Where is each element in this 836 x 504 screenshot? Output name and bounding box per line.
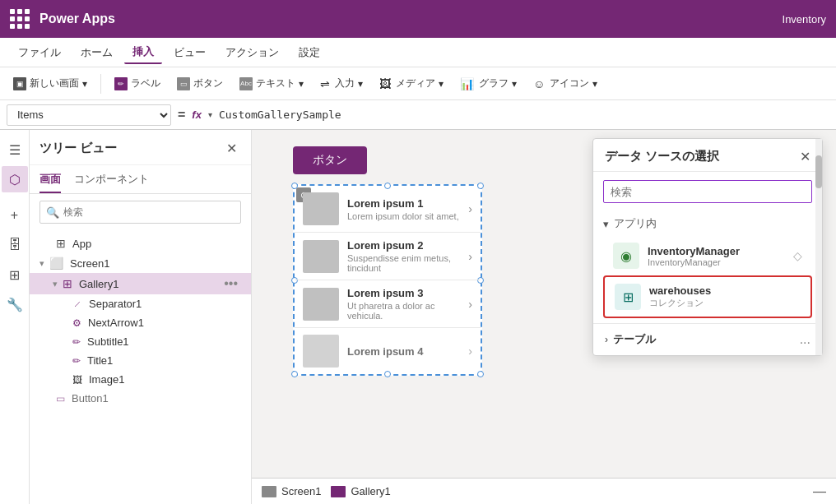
tree-tabs: 画面 コンポーネント bbox=[30, 165, 251, 194]
gallery-arrow-icon-4: › bbox=[468, 344, 472, 358]
gallery-item-title-4: Lorem ipsum 4 bbox=[347, 345, 460, 358]
tree-item-image1[interactable]: 🖼 Image1 bbox=[30, 370, 251, 389]
gallery-item-subtitle-1: Lorem ipsum dolor sit amet, bbox=[347, 211, 460, 221]
gallery1-dots-menu[interactable]: ••• bbox=[221, 276, 241, 291]
canvas-area: ボタン ⊘ Lorem ipsum 1 Lorem ipsum dolor si… bbox=[252, 130, 836, 504]
menu-insert[interactable]: 挿入 bbox=[124, 41, 162, 64]
scroll-track bbox=[815, 139, 822, 355]
menu-action[interactable]: アクション bbox=[217, 42, 287, 63]
chart-icon: 📊 bbox=[460, 77, 474, 90]
app-launcher-icon[interactable] bbox=[10, 9, 30, 29]
gallery-item-subtitle-2: Suspendisse enim metus, tincidunt bbox=[347, 253, 460, 273]
warehouses-name: warehouses bbox=[649, 284, 801, 297]
sidebar-add-icon[interactable]: + bbox=[2, 202, 28, 229]
tree-search-area: 🔍 bbox=[30, 194, 251, 230]
bottom-bar: Screen1 Gallery1 — bbox=[252, 478, 836, 504]
separator-icon: ⟋ bbox=[72, 298, 82, 310]
media-button[interactable]: 🖼 メディア ▾ bbox=[373, 73, 450, 94]
button-button[interactable]: ▭ ボタン bbox=[170, 73, 230, 94]
gallery-item-title-3: Lorem ipsum 3 bbox=[347, 287, 460, 299]
tree-item-app[interactable]: ⊞ App bbox=[30, 234, 251, 253]
menu-view[interactable]: ビュー bbox=[165, 42, 214, 63]
sidebar-components-icon[interactable]: ⊞ bbox=[2, 261, 28, 288]
media-icon: 🖼 bbox=[379, 77, 391, 90]
tree-close-button[interactable]: ✕ bbox=[221, 138, 241, 158]
tab-component[interactable]: コンポーネント bbox=[74, 172, 149, 193]
scroll-thumb[interactable] bbox=[815, 155, 822, 188]
button-tree-icon: ▭ bbox=[56, 393, 65, 405]
sidebar-data-icon[interactable]: 🗄 bbox=[2, 232, 28, 258]
tree-item-label: Separator1 bbox=[89, 298, 241, 310]
gallery-item-3[interactable]: Lorem ipsum 3 Ut pharetra a dolor ac veh… bbox=[295, 280, 481, 328]
datasource-panel: データ ソースの選択 ✕ ▾ アプリ内 ◉ InventoryManager I… bbox=[592, 138, 823, 356]
datasource-section-header[interactable]: ▾ アプリ内 bbox=[603, 216, 812, 231]
gallery-item-title-1: Lorem ipsum 1 bbox=[347, 197, 460, 210]
menu-home[interactable]: ホーム bbox=[72, 42, 121, 63]
search-icon: 🔍 bbox=[46, 206, 59, 219]
table-chevron-icon: › bbox=[605, 334, 608, 345]
topbar: Power Apps Inventory bbox=[0, 0, 836, 38]
button-icon: ▭ bbox=[177, 77, 190, 90]
canvas-app-button[interactable]: ボタン bbox=[293, 146, 367, 174]
datasource-close-button[interactable]: ✕ bbox=[800, 149, 810, 164]
sidebar-layers-icon[interactable]: ⬡ bbox=[2, 166, 28, 192]
gallery-item-1[interactable]: Lorem ipsum 1 Lorem ipsum dolor sit amet… bbox=[295, 186, 481, 233]
project-name: Inventory bbox=[783, 13, 826, 25]
formula-input[interactable] bbox=[219, 104, 829, 126]
gallery-item-text-3: Lorem ipsum 3 Ut pharetra a dolor ac veh… bbox=[347, 287, 460, 321]
datasource-search-input[interactable] bbox=[603, 180, 812, 203]
datasource-table-label: テーブル bbox=[613, 332, 656, 347]
datasource-table-section[interactable]: › テーブル ... bbox=[593, 323, 822, 355]
screen-tab-label: Screen1 bbox=[281, 485, 321, 497]
gallery-item-title-2: Lorem ipsum 2 bbox=[347, 239, 460, 252]
section-label: アプリ内 bbox=[614, 216, 657, 231]
toolbar-divider-1 bbox=[100, 74, 101, 94]
menu-file[interactable]: ファイル bbox=[10, 42, 69, 63]
tree-item-separator1[interactable]: ⟋ Separator1 bbox=[30, 294, 251, 313]
gallery-item-4[interactable]: Lorem ipsum 4 › bbox=[295, 328, 481, 374]
tree-item-label: NextArrow1 bbox=[88, 317, 241, 329]
gallery-thumb-3 bbox=[303, 288, 339, 321]
gallery-component[interactable]: ⊘ Lorem ipsum 1 Lorem ipsum dolor sit am… bbox=[293, 184, 482, 376]
datasource-header: データ ソースの選択 ✕ bbox=[593, 139, 822, 172]
label-button[interactable]: ✏ ラベル bbox=[108, 73, 167, 94]
tree-item-nextarrow1[interactable]: ⚙ NextArrow1 bbox=[30, 313, 251, 332]
bottom-minus-button[interactable]: — bbox=[813, 484, 826, 499]
gallery-arrow-icon-3: › bbox=[468, 298, 472, 311]
text-button[interactable]: Abc テキスト ▾ bbox=[233, 73, 310, 94]
tab-screen[interactable]: 画面 bbox=[39, 172, 61, 193]
sidebar-expand-icon[interactable]: ☰ bbox=[2, 136, 28, 163]
gallery-thumb-4 bbox=[303, 335, 339, 368]
sidebar-tools-icon[interactable]: 🔧 bbox=[2, 291, 28, 317]
input-icon: ⇌ bbox=[320, 77, 330, 90]
chart-button[interactable]: 📊 グラフ ▾ bbox=[453, 73, 523, 94]
screen1-chevron-icon: ▾ bbox=[39, 258, 44, 269]
diamond-icon: ◇ bbox=[793, 249, 802, 262]
canvas-content: ボタン ⊘ Lorem ipsum 1 Lorem ipsum dolor si… bbox=[293, 146, 639, 376]
warehouses-sub: コレクション bbox=[649, 297, 801, 309]
gallery-item-2[interactable]: Lorem ipsum 2 Suspendisse enim metus, ti… bbox=[295, 233, 481, 280]
menu-settings[interactable]: 設定 bbox=[290, 42, 328, 63]
tree-item-gallery1[interactable]: ▾ ⊞ Gallery1 ••• bbox=[30, 273, 251, 294]
bottom-tab-screen1[interactable]: Screen1 bbox=[262, 485, 321, 497]
table-dots-menu[interactable]: ... bbox=[800, 332, 810, 347]
datasource-title: データ ソースの選択 bbox=[605, 149, 800, 164]
tree-item-screen1[interactable]: ▾ ⬜ Screen1 bbox=[30, 253, 251, 273]
inventorymanager-sub: InventoryManager bbox=[648, 257, 785, 267]
control-name-select[interactable]: Items bbox=[7, 104, 171, 126]
tree-item-subtitle1[interactable]: ✏ Subtitle1 bbox=[30, 332, 251, 351]
datasource-in-app-section: ▾ アプリ内 ◉ InventoryManager InventoryManag… bbox=[593, 211, 822, 323]
bottom-tab-gallery1[interactable]: Gallery1 bbox=[331, 485, 390, 497]
tree-item-button1[interactable]: ▭ Button1 bbox=[30, 389, 251, 408]
datasource-item-inventorymanager[interactable]: ◉ InventoryManager InventoryManager ◇ bbox=[603, 236, 812, 275]
tree-item-label: Image1 bbox=[89, 373, 241, 386]
datasource-item-warehouses[interactable]: ⊞ warehouses コレクション bbox=[603, 275, 812, 318]
tree-item-title1[interactable]: ✏ Title1 bbox=[30, 351, 251, 370]
new-screen-icon: ▣ bbox=[13, 77, 26, 90]
toolbar: ▣ 新しい画面 ▾ ✏ ラベル ▭ ボタン Abc テキスト ▾ ⇌ 入力 ▾ … bbox=[0, 67, 836, 100]
subtitle-icon: ✏ bbox=[72, 336, 81, 348]
icon-button[interactable]: ☺ アイコン ▾ bbox=[527, 73, 604, 94]
new-screen-button[interactable]: ▣ 新しい画面 ▾ bbox=[7, 73, 94, 94]
input-button[interactable]: ⇌ 入力 ▾ bbox=[314, 73, 369, 94]
tree-search-input[interactable] bbox=[39, 201, 241, 224]
